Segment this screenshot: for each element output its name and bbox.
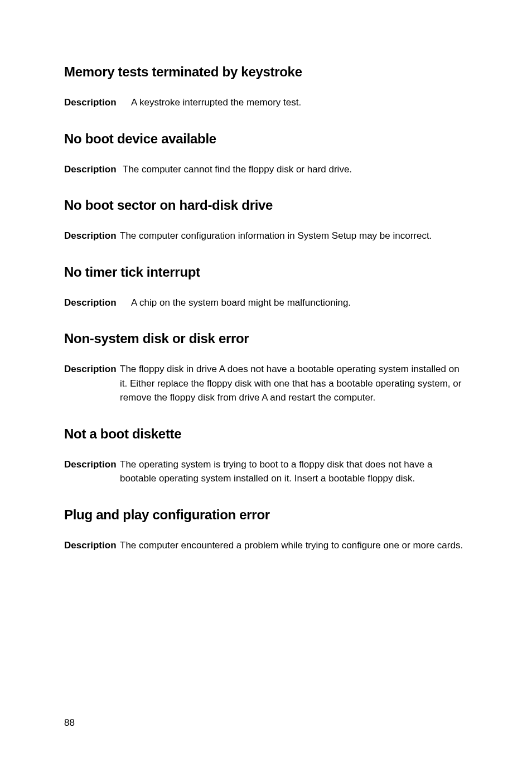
description-text: The computer configuration information i… — [120, 229, 468, 243]
heading-memory-tests: Memory tests terminated by keystroke — [64, 64, 468, 80]
heading-not-a-boot-diskette: Not a boot diskette — [64, 426, 468, 442]
heading-no-timer-tick: No timer tick interrupt — [64, 264, 468, 280]
description-row: Description The operating system is tryi… — [64, 457, 468, 486]
description-label: Description — [64, 538, 120, 553]
section-memory-tests: Memory tests terminated by keystroke Des… — [64, 64, 468, 110]
description-label: Description — [64, 95, 131, 110]
description-row: Description The computer encountered a p… — [64, 538, 468, 553]
description-text: The operating system is trying to boot t… — [120, 457, 468, 486]
description-label: Description — [64, 162, 123, 177]
description-label: Description — [64, 457, 120, 472]
description-row: Description A keystroke interrupted the … — [64, 95, 468, 110]
section-not-a-boot-diskette: Not a boot diskette Description The oper… — [64, 426, 468, 486]
heading-no-boot-device: No boot device available — [64, 131, 468, 147]
description-text: A keystroke interrupted the memory test. — [131, 95, 468, 110]
description-text: The computer cannot find the floppy disk… — [123, 162, 468, 177]
description-label: Description — [64, 229, 120, 243]
heading-non-system-disk: Non-system disk or disk error — [64, 331, 468, 346]
description-row: Description The computer cannot find the… — [64, 162, 468, 177]
section-no-boot-sector: No boot sector on hard-disk drive Descri… — [64, 197, 468, 243]
section-plug-and-play: Plug and play configuration error Descri… — [64, 507, 468, 553]
description-row: Description The floppy disk in drive A d… — [64, 362, 468, 405]
heading-no-boot-sector: No boot sector on hard-disk drive — [64, 197, 468, 213]
page-number: 88 — [64, 717, 75, 729]
section-non-system-disk: Non-system disk or disk error Descriptio… — [64, 331, 468, 405]
heading-plug-and-play: Plug and play configuration error — [64, 507, 468, 523]
description-label: Description — [64, 296, 131, 310]
description-text: A chip on the system board might be malf… — [131, 296, 468, 310]
section-no-timer-tick: No timer tick interrupt Description A ch… — [64, 264, 468, 310]
description-text: The floppy disk in drive A does not have… — [120, 362, 468, 405]
description-text: The computer encountered a problem while… — [120, 538, 468, 553]
description-label: Description — [64, 362, 120, 377]
section-no-boot-device: No boot device available Description The… — [64, 131, 468, 177]
description-row: Description The computer configuration i… — [64, 229, 468, 243]
description-row: Description A chip on the system board m… — [64, 296, 468, 310]
